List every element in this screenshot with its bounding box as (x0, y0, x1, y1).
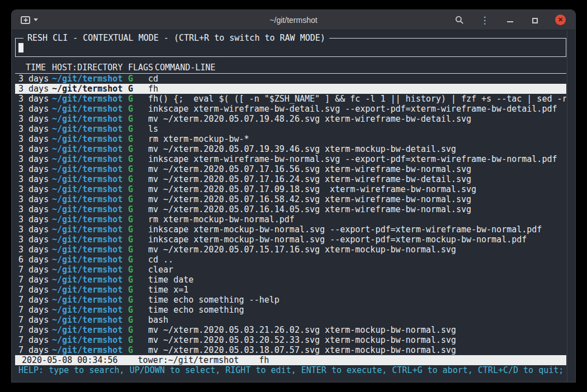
history-row[interactable]: 3 days ~/git/termshot G cd (15, 74, 566, 84)
history-row[interactable]: 7 days ~/git/termshot G time date (15, 275, 566, 285)
row-directory: ~/git/termshot (52, 124, 128, 134)
row-time: 3 days (18, 174, 52, 184)
history-row[interactable]: 3 days ~/git/termshot G rm xterm-mockup-… (15, 134, 566, 144)
row-time: 6 days (18, 255, 52, 265)
row-directory: ~/git/termshot (52, 235, 128, 245)
row-time: 3 days (18, 144, 52, 154)
history-row[interactable]: 7 days ~/git/termshot G mv ~/xterm.2020.… (15, 345, 566, 355)
search-input[interactable]: RESH CLI - CONTEXTUAL MODE - (CTRL+R to … (15, 38, 566, 57)
minimize-button[interactable] (505, 15, 515, 25)
history-row[interactable]: 3 days ~/git/termshot G mv ~/xterm.2020.… (15, 144, 566, 154)
row-command: mv ~/xterm.2020.05.07.17.09.18.svg xterm… (148, 184, 566, 194)
history-row[interactable]: 3 days ~/git/termshot G mv ~/xterm.2020.… (15, 164, 566, 174)
history-row[interactable]: 7 days ~/git/termshot G mv ~/xterm.2020.… (15, 335, 566, 345)
row-time: 7 days (18, 295, 52, 305)
row-command: cd .. (148, 255, 566, 265)
row-directory: ~/git/termshot (52, 134, 128, 144)
row-flags: G (128, 184, 148, 194)
history-row[interactable]: 3 days ~/git/termshot G inkscape xterm-m… (15, 224, 566, 235)
history-rows: 3 days ~/git/termshot G cd 3 days ~/git/… (15, 74, 566, 355)
row-time: 7 days (18, 305, 52, 315)
window-title: ~/git/termshot (269, 16, 317, 25)
row-directory: ~/git/termshot (52, 224, 128, 235)
history-row[interactable]: 3 days ~/git/termshot G mv ~/xterm.2020.… (15, 194, 566, 204)
history-row[interactable]: 7 days ~/git/termshot G bash (15, 315, 566, 325)
history-row[interactable]: 6 days ~/git/termshot G cd .. (15, 255, 566, 265)
history-row[interactable]: 3 days ~/git/termshot G mv ~/xterm.2020.… (15, 114, 566, 124)
row-command: fh (148, 84, 566, 94)
titlebar-right-controls: ⋮ (455, 15, 575, 25)
history-row[interactable]: 3 days ~/git/termshot G inkscape xterm-m… (15, 235, 566, 245)
row-command: ls (148, 124, 566, 134)
row-directory: ~/git/termshot (52, 94, 128, 104)
status-bar: 2020-05-08 00:34:56 tower:~/git/termshot… (15, 355, 566, 365)
row-directory: ~/git/termshot (52, 194, 128, 204)
row-command: time x=1 (148, 285, 566, 295)
row-directory: ~/git/termshot (52, 174, 128, 184)
titlebar-left-controls (12, 16, 38, 24)
row-flags: G (128, 295, 148, 305)
new-tab-button[interactable] (21, 16, 38, 24)
restore-icon (532, 18, 538, 23)
row-flags: G (128, 315, 148, 325)
row-flags: G (128, 174, 148, 184)
history-row[interactable]: 3 days ~/git/termshot G mv ~/xterm.2020.… (15, 184, 566, 194)
row-command: inkscape xterm-wireframe-bw-normal.svg -… (148, 154, 566, 164)
row-directory: ~/git/termshot (52, 305, 128, 315)
row-time: 7 days (18, 325, 52, 335)
history-row[interactable]: 7 days ~/git/termshot G time x=1 (15, 285, 566, 295)
row-command: time echo something --help (148, 295, 566, 305)
header-host-directory: HOST:DIRECTORY (52, 63, 128, 73)
restore-button[interactable] (530, 15, 540, 25)
row-command: clear (148, 265, 566, 275)
row-directory: ~/git/termshot (52, 164, 128, 174)
row-directory: ~/git/termshot (52, 245, 128, 255)
history-row[interactable]: 3 days ~/git/termshot G rm xterm-mockup-… (15, 214, 566, 224)
row-time: 3 days (18, 204, 52, 214)
row-command: inkscape xterm-mockup-bw-normal.svg --ex… (148, 235, 566, 245)
menu-button[interactable]: ⋮ (480, 15, 490, 25)
row-flags: G (128, 144, 148, 154)
history-row[interactable]: 3 days ~/git/termshot G ls (15, 124, 566, 134)
row-command: mv ~/xterm.2020.05.03.21.26.02.svg xterm… (148, 325, 566, 335)
history-row[interactable]: 3 days ~/git/termshot G inkscape xterm-w… (15, 154, 566, 164)
row-time: 3 days (18, 194, 52, 204)
row-flags: G (128, 245, 148, 255)
row-flags: G (128, 84, 148, 94)
row-flags: G (128, 114, 148, 124)
history-row[interactable]: 3 days ~/git/termshot G fh() {; eval $( … (15, 94, 566, 104)
row-directory: ~/git/termshot (52, 315, 128, 325)
row-directory: ~/git/termshot (52, 144, 128, 154)
row-time: 7 days (18, 285, 52, 295)
close-button[interactable] (555, 15, 566, 25)
row-directory: ~/git/termshot (52, 214, 128, 224)
history-row[interactable]: 3 days ~/git/termshot G inkscape xterm-w… (15, 104, 566, 114)
row-flags: G (128, 305, 148, 315)
header-command-line: COMMAND-LINE (155, 63, 566, 73)
row-directory: ~/git/termshot (52, 345, 128, 355)
search-button[interactable] (455, 15, 465, 25)
history-row[interactable]: 3 days ~/git/termshot G mv ~/xterm.2020.… (15, 245, 566, 255)
history-row[interactable]: 7 days ~/git/termshot G time echo someth… (15, 305, 566, 315)
row-command: time date (148, 275, 566, 285)
row-command: cd (148, 74, 566, 84)
scrollbar[interactable] (567, 30, 575, 382)
minimize-icon (507, 21, 513, 22)
history-row[interactable]: 7 days ~/git/termshot G mv ~/xterm.2020.… (15, 325, 566, 335)
history-row[interactable]: 7 days ~/git/termshot G clear (15, 265, 566, 275)
row-time: 3 days (18, 214, 52, 224)
row-time: 3 days (18, 154, 52, 164)
row-time: 3 days (18, 134, 52, 144)
row-flags: G (128, 275, 148, 285)
row-directory: ~/git/termshot (52, 74, 128, 84)
history-row[interactable]: 3 days ~/git/termshot G fh (15, 84, 566, 94)
history-header: TIME HOST:DIRECTORY FLAGS COMMAND-LINE (15, 63, 566, 74)
history-row[interactable]: 7 days ~/git/termshot G time echo someth… (15, 295, 566, 305)
new-tab-icon (21, 16, 30, 24)
row-directory: ~/git/termshot (52, 184, 128, 194)
row-time: 7 days (18, 265, 52, 275)
row-flags: G (128, 74, 148, 84)
history-row[interactable]: 3 days ~/git/termshot G mv ~/xterm.2020.… (15, 204, 566, 214)
row-time: 3 days (18, 124, 52, 134)
history-row[interactable]: 3 days ~/git/termshot G mv ~/xterm.2020.… (15, 174, 566, 184)
